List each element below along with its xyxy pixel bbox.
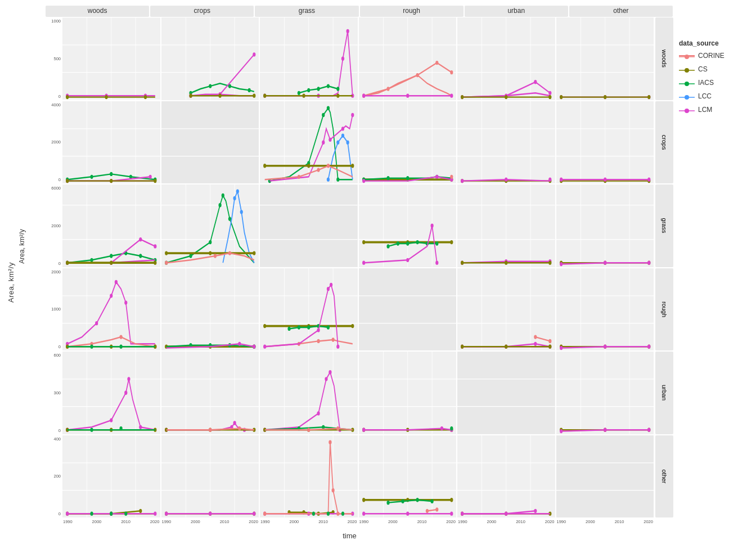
svg-point-39 — [341, 57, 344, 61]
svg-point-474 — [332, 488, 335, 492]
cells-woods — [62, 17, 654, 100]
svg-point-188 — [90, 258, 93, 262]
svg-point-87 — [604, 95, 606, 99]
cells-other — [62, 435, 654, 518]
row-header-urban: urban — [655, 352, 673, 434]
svg-point-124 — [327, 106, 330, 110]
svg-point-125 — [336, 177, 339, 181]
svg-point-518 — [685, 82, 689, 86]
row-header-crops: crops — [655, 101, 673, 184]
svg-point-133 — [351, 112, 354, 116]
legend-line-corine — [679, 55, 695, 56]
svg-point-219 — [213, 254, 216, 258]
svg-point-352 — [560, 345, 562, 349]
svg-point-97 — [110, 172, 112, 176]
svg-point-179 — [604, 177, 606, 181]
row-header-woods: woods — [655, 17, 673, 100]
legend-line-lcc — [679, 96, 695, 97]
svg-point-103 — [66, 178, 69, 182]
cell-other-rough — [556, 268, 654, 351]
svg-point-254 — [548, 261, 551, 265]
svg-point-232 — [450, 240, 453, 244]
svg-point-274 — [95, 321, 98, 325]
svg-rect-324 — [359, 268, 457, 351]
y-ticks-other: 400 200 0 — [45, 435, 62, 518]
svg-point-446 — [124, 511, 127, 515]
x-axis-label: time — [45, 532, 654, 540]
svg-point-30 — [253, 94, 255, 98]
svg-point-403 — [336, 426, 339, 430]
legend-label-corine: CORINE — [698, 52, 724, 60]
svg-point-208 — [209, 240, 212, 244]
svg-point-457 — [209, 511, 212, 515]
x-axis-ticks: 1990200020102020 1990200020102020 199020… — [62, 519, 654, 530]
svg-point-265 — [604, 261, 606, 265]
row-header-rough: rough — [655, 268, 673, 351]
svg-point-487 — [450, 498, 453, 502]
svg-point-214 — [240, 210, 242, 214]
svg-point-76 — [548, 95, 551, 99]
row-header-grass: grass — [655, 184, 673, 267]
svg-point-485 — [362, 498, 365, 502]
legend-label-iacs: IACS — [698, 79, 714, 87]
svg-point-430 — [604, 428, 606, 432]
svg-point-131 — [328, 137, 331, 141]
row-rough: 2000 1000 0 — [45, 268, 673, 351]
svg-point-134 — [263, 164, 266, 168]
cell-grass-woods — [260, 17, 358, 100]
svg-point-198 — [110, 261, 112, 265]
x-ticks-3: 1990200020102020 — [259, 519, 358, 530]
legend-item-cs: CS — [679, 65, 752, 73]
svg-point-393 — [317, 411, 320, 415]
y-axis-label: Area, km²/y — [18, 229, 26, 263]
legend-label-lcm: LCM — [698, 106, 712, 114]
svg-point-156 — [450, 174, 453, 178]
cell-urban-woods — [457, 17, 555, 100]
legend-item-lcc: LCC — [679, 92, 752, 100]
svg-point-286 — [119, 344, 122, 348]
svg-point-199 — [154, 261, 156, 265]
cell-crops-urban — [161, 352, 259, 434]
svg-point-28 — [189, 94, 192, 98]
svg-point-167 — [505, 177, 507, 181]
svg-point-431 — [647, 428, 650, 432]
svg-point-129 — [346, 140, 349, 144]
cell-rough-woods — [359, 17, 457, 100]
cell-crops-other — [161, 435, 259, 518]
svg-point-364 — [127, 377, 130, 381]
svg-point-130 — [322, 140, 325, 144]
svg-point-379 — [233, 421, 236, 425]
svg-point-416 — [450, 426, 453, 430]
y-ticks-crops: 4000 2000 0 — [45, 101, 62, 184]
svg-point-365 — [139, 425, 142, 429]
svg-point-240 — [406, 258, 409, 262]
svg-point-275 — [110, 294, 112, 298]
svg-point-189 — [110, 254, 112, 258]
svg-point-441 — [66, 511, 69, 515]
svg-rect-221 — [260, 184, 358, 267]
svg-point-151 — [406, 176, 409, 180]
legend-title: data_source — [679, 39, 752, 47]
cell-woods-grass — [62, 184, 160, 267]
svg-point-478 — [341, 511, 344, 515]
row-woods: 1000 500 0 — [45, 17, 673, 100]
cell-woods-woods — [62, 17, 160, 100]
svg-point-29 — [218, 94, 221, 98]
cell-crops-grass — [161, 184, 259, 267]
svg-point-207 — [189, 254, 192, 258]
legend-item-lcm: LCM — [679, 106, 752, 114]
legend-item-iacs: IACS — [679, 79, 752, 87]
svg-point-220 — [228, 251, 231, 255]
x-ticks-6: 1990200020102020 — [556, 519, 655, 530]
svg-point-384 — [209, 428, 212, 432]
svg-point-88 — [647, 95, 650, 99]
cell-other-grass — [556, 184, 654, 267]
svg-point-308 — [263, 323, 266, 327]
svg-point-492 — [362, 511, 365, 515]
cell-woods-urban — [62, 352, 160, 434]
svg-point-472 — [263, 511, 266, 515]
svg-point-322 — [330, 282, 332, 286]
svg-point-301 — [253, 344, 255, 348]
row-header-other: other — [655, 435, 673, 518]
svg-point-215 — [165, 251, 168, 255]
